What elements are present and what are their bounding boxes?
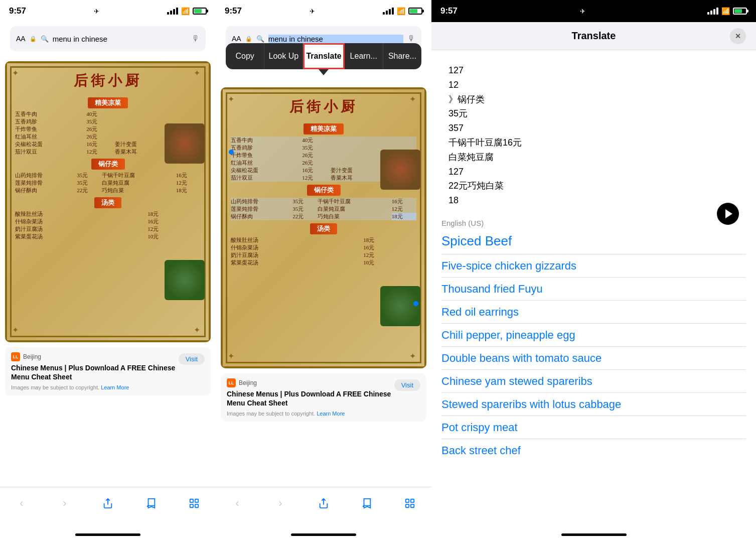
mic-icon-1[interactable]: 🎙	[192, 34, 200, 43]
tabs-btn-1[interactable]	[183, 492, 205, 514]
back-btn-2[interactable]: ‹	[226, 492, 248, 514]
menu-title-zh-2: 后街小厨	[289, 97, 358, 116]
content-area-2: ✦ ✦ ✦ ✦ 后街小厨 精美凉菜 五香牛肉40元 五香鸡胗35元 干炸带鱼26…	[216, 55, 431, 487]
section-title-guozai-1: 锅仔类	[91, 159, 125, 170]
translation-text-9: Back street chef	[441, 442, 746, 459]
raw-line-5: 357	[448, 121, 739, 135]
wifi-icon-1: 📶	[181, 7, 190, 15]
translation-text-1: Five-spice chicken gizzards	[441, 257, 746, 274]
source-badge-2: LL	[227, 378, 236, 387]
raw-line-2: 12	[448, 78, 739, 92]
corner-br-1: ✦	[194, 325, 204, 335]
source-language-label: English (US)	[441, 219, 746, 227]
bookmarks-btn-2[interactable]	[356, 492, 378, 514]
translate-header: Translate ✕	[431, 22, 756, 50]
play-button[interactable]	[717, 203, 739, 225]
divider-2	[441, 300, 746, 301]
svg-rect-0	[190, 499, 193, 502]
guozai-items-1: 山药炖排骨35元干锅千叶豆腐16元 莲菜炖排骨35元白菜炖豆腐12元 锅仔酥肉2…	[13, 172, 203, 194]
wifi-icon-3: 📶	[721, 7, 730, 15]
raw-line-9: 22元巧炖白菜	[448, 179, 739, 193]
translation-item-6: Chinese yam stewed spareribs	[441, 373, 746, 389]
selection-dot-top	[229, 150, 234, 155]
section-title-guozai-2: 锅仔类	[307, 185, 341, 196]
search-field-2[interactable]: menu in chinese	[268, 35, 403, 43]
translation-item-4: Chili pepper, pineapple egg	[441, 327, 746, 343]
result-title-2: Chinese Menus | Plus Download A FREE Chi…	[227, 389, 420, 408]
translation-item-2: Thousand fried Fuyu	[441, 281, 746, 297]
translation-text-2: Thousand fried Fuyu	[441, 281, 746, 297]
result-card-1: LL Beijing Visit Chinese Menus | Plus Do…	[5, 347, 211, 395]
svg-rect-4	[406, 499, 409, 502]
svg-rect-6	[406, 504, 409, 507]
context-menu-translate[interactable]: Translate	[303, 43, 344, 69]
visit-button-1[interactable]: Visit	[179, 353, 205, 365]
svg-rect-1	[195, 499, 198, 502]
battery-icon-2	[408, 8, 422, 15]
forward-btn-2[interactable]: ›	[269, 492, 291, 514]
menu-inner-2: ✦ ✦ ✦ ✦ 后街小厨 精美凉菜 五香牛肉40元 五香鸡胗35元 干炸带鱼26…	[221, 87, 426, 368]
signal-icon-3	[707, 8, 718, 15]
status-bar-1: 9:57 ✈ 📶	[0, 0, 216, 22]
raw-line-1: 127	[448, 63, 739, 78]
home-indicator-3	[431, 526, 756, 543]
translation-text-0: Spiced Beef	[441, 231, 746, 251]
home-indicator-2	[216, 526, 431, 543]
divider-8	[441, 439, 746, 439]
divider-0	[441, 254, 746, 254]
divider-1	[441, 277, 746, 278]
tabs-btn-2[interactable]	[399, 492, 421, 514]
result-card-2: LL Beijing Visit Chinese Menus | Plus Do…	[221, 373, 426, 422]
back-btn-1[interactable]: ‹	[11, 492, 33, 514]
context-menu-learn[interactable]: Learn...	[345, 43, 383, 69]
mic-icon-2[interactable]: 🎙	[407, 34, 415, 43]
visit-button-2[interactable]: Visit	[394, 379, 420, 391]
menu-inner-1: ✦ ✦ ✦ ✦ 后街小厨 精美凉菜 五香牛肉40元 五香鸡胗35元 干炸带鱼26…	[5, 61, 211, 342]
lock-icon-2: 🔒	[245, 36, 252, 42]
translation-item-8: Pot crispy meat	[441, 419, 746, 436]
home-indicator-1	[0, 526, 216, 543]
close-button[interactable]: ✕	[730, 28, 746, 44]
translation-text-7: Stewed spareribs with lotus cabbage	[441, 396, 746, 413]
corner-tl-2: ✦	[228, 94, 238, 104]
play-triangle-icon	[725, 209, 732, 218]
context-menu-copy[interactable]: Copy	[226, 43, 264, 69]
status-bar-2: 9:57 ✈ 📶	[216, 0, 431, 22]
bottom-nav-1: ‹ ›	[0, 487, 216, 526]
search-field-1[interactable]: menu in chinese	[53, 35, 188, 43]
translation-text-8: Pot crispy meat	[441, 419, 746, 436]
svg-rect-5	[411, 499, 414, 502]
section-title-liangcai-2: 精美凉菜	[304, 123, 344, 134]
svg-rect-2	[190, 504, 193, 507]
context-menu-lookup[interactable]: Look Up	[264, 43, 303, 69]
corner-bl-2: ✦	[228, 351, 238, 361]
translation-item-9: Back street chef	[441, 442, 746, 459]
svg-rect-7	[411, 504, 414, 507]
section-title-tang-2: 汤类	[310, 223, 337, 234]
location-arrow-1: ✈	[94, 8, 99, 15]
status-bar-3: 9:57 ✈ 📶	[431, 0, 756, 22]
bookmarks-btn-1[interactable]	[140, 492, 162, 514]
food-photo-2	[380, 150, 420, 190]
source-name-2: Beijing	[239, 379, 257, 386]
address-bar-1[interactable]: AA 🔒 🔍 menu in chinese 🎙	[10, 26, 206, 51]
divider-3	[441, 323, 746, 324]
forward-btn-1[interactable]: ›	[54, 492, 76, 514]
translation-text-4: Chili pepper, pineapple egg	[441, 327, 746, 343]
learn-more-1[interactable]: Learn More	[101, 384, 129, 390]
tang-items-2: 酸辣肚丝汤18元 什锦杂菜汤16元 奶汁豆腐汤12元 紫菜蛋花汤10元	[229, 236, 418, 266]
context-menu-share[interactable]: Share...	[383, 43, 421, 69]
result-disclaimer-1: Images may be subject to copyright. Lear…	[11, 384, 205, 390]
raw-line-6: 千锅千叶豆腐16元	[448, 135, 739, 150]
soup-photo-1	[165, 260, 205, 300]
share-btn-1[interactable]	[97, 492, 119, 514]
raw-line-7: 白菜炖豆腐	[448, 150, 739, 165]
learn-more-2[interactable]: Learn More	[317, 411, 345, 417]
share-btn-2[interactable]	[313, 492, 335, 514]
section-title-tang-1: 汤类	[94, 197, 121, 208]
translation-item-5: Double beans with tomato sauce	[441, 350, 746, 366]
translation-item-3: Red oil earrings	[441, 304, 746, 320]
time-1: 9:57	[9, 6, 26, 16]
raw-text-block: 127 12 》锅仔类 35元 357 千锅千叶豆腐16元 白菜炖豆腐 127 …	[441, 58, 746, 213]
divider-7	[441, 416, 746, 416]
